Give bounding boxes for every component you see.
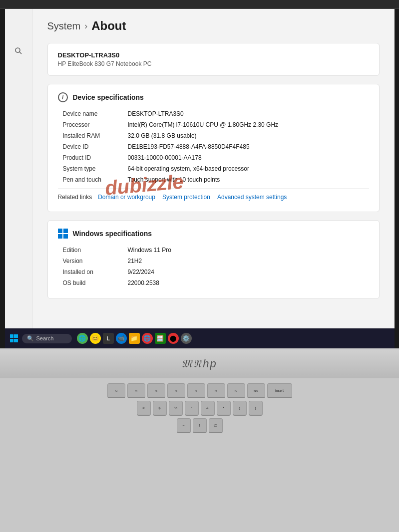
related-link-2[interactable]: Advanced system settings [217, 194, 287, 201]
taskbar-icon-zoom[interactable]: 📹 [116, 333, 127, 344]
key-exclaim[interactable]: ! [193, 418, 207, 433]
taskbar-start-button[interactable] [10, 334, 18, 342]
spec-value-5: 64-bit operating system, x64-based proce… [128, 165, 369, 172]
spec-row-2: Installed RAM 32.0 GB (31.8 GB usable) [63, 132, 369, 139]
device-name-main: DESKTOP-LTRA3S0 [58, 51, 369, 59]
spec-label-5: System type [63, 165, 128, 172]
breadcrumb-about: About [91, 19, 126, 33]
key-star[interactable]: * [217, 401, 231, 416]
key-at[interactable]: @ [209, 418, 223, 433]
win-spec-row-1: Version 21H2 [63, 258, 369, 265]
windows-quad-4 [63, 234, 68, 239]
key-caret[interactable]: ^ [185, 401, 199, 416]
key-f5[interactable]: f5 [147, 383, 165, 398]
taskbar-icon-folder[interactable]: 📁 [129, 333, 140, 344]
hp-logo: 𝔐𝔑 [182, 357, 203, 370]
taskbar-search[interactable]: 🔍 Search [22, 334, 72, 343]
spec-value-0: DESKTOP-LTRA3S0 [128, 110, 369, 117]
keyboard-row-1: f3 f4 f5 f6 f7 f8 f9 f10 insert [10, 383, 389, 398]
taskbar: 🔍 Search 🌐 😊 L 📹 📁 🌐 🪟 ⬤ ⚙️ [5, 328, 395, 348]
key-amp[interactable]: & [201, 401, 215, 416]
spec-value-6: Touch support with 10 touch points [128, 176, 369, 183]
related-links: Related links Domain or workgroupSystem … [58, 188, 369, 204]
key-f3[interactable]: f3 [107, 383, 125, 398]
start-quad-2 [14, 334, 17, 338]
taskbar-icon-l[interactable]: L [103, 333, 114, 344]
main-content: System › About DESKTOP-LTRA3S0 HP EliteB… [32, 9, 395, 348]
win-spec-label-2: Installed on [63, 268, 128, 275]
windows-specs-header: Windows specifications [58, 229, 369, 239]
spec-table: Device name DESKTOP-LTRA3S0 Processor In… [58, 110, 369, 183]
spec-row-6: Pen and touch Touch support with 10 touc… [63, 176, 369, 183]
start-quad-1 [10, 334, 13, 338]
key-f4[interactable]: f4 [127, 383, 145, 398]
win-spec-value-1: 21H2 [128, 258, 369, 265]
spec-value-3: DE1BE193-FD57-4888-A4FA-8850D4F4F485 [128, 143, 369, 150]
svg-line-1 [19, 52, 21, 54]
key-f8[interactable]: f8 [207, 383, 225, 398]
taskbar-icon-store[interactable]: 🪟 [155, 333, 166, 344]
win-spec-value-0: Windows 11 Pro [128, 247, 369, 254]
keyboard-row-3: ~ ! @ [10, 418, 389, 433]
windows-icon [58, 229, 68, 239]
related-link-1[interactable]: System protection [162, 194, 210, 201]
taskbar-icon-edge[interactable]: 🌐 [142, 333, 153, 344]
taskbar-icon-browser[interactable]: 🌐 [77, 333, 88, 344]
search-icon[interactable] [11, 44, 25, 58]
windows-specs-title: Windows specifications [73, 230, 152, 238]
related-link-0[interactable]: Domain or workgroup [98, 194, 155, 201]
spec-value-2: 32.0 GB (31.8 GB usable) [128, 132, 369, 139]
key-f10[interactable]: f10 [247, 383, 265, 398]
device-specs-title: Device specifications [73, 93, 144, 101]
key-dollar[interactable]: $ [153, 401, 167, 416]
device-specs-section: i Device specifications Device name DESK… [47, 84, 380, 212]
keyboard-row-2: # $ % ^ & * ( ) [10, 401, 389, 416]
taskbar-search-icon: 🔍 [27, 335, 34, 342]
spec-row-0: Device name DESKTOP-LTRA3S0 [63, 110, 369, 117]
key-f9[interactable]: f9 [227, 383, 245, 398]
win-spec-row-2: Installed on 9/22/2024 [63, 268, 369, 275]
key-f7[interactable]: f7 [187, 383, 205, 398]
related-links-label: Related links [58, 194, 92, 201]
screen-container: System › About DESKTOP-LTRA3S0 HP EliteB… [5, 9, 395, 348]
info-icon: i [58, 92, 68, 102]
breadcrumb: System › About [47, 19, 380, 33]
windows-quad-1 [58, 229, 62, 233]
win-spec-value-2: 9/22/2024 [128, 268, 369, 275]
breadcrumb-system: System [47, 20, 81, 32]
taskbar-icons: 🌐 😊 L 📹 📁 🌐 🪟 ⬤ ⚙️ [77, 333, 192, 344]
spec-label-0: Device name [63, 110, 128, 117]
laptop-top-bar [0, 0, 399, 9]
start-quad-4 [14, 339, 17, 342]
spec-row-5: System type 64-bit operating system, x64… [63, 165, 369, 172]
key-lparen[interactable]: ( [233, 401, 247, 416]
windows-specs-section: Windows specifications Edition Windows 1… [47, 220, 380, 299]
taskbar-icon-chrome[interactable]: ⬤ [168, 333, 179, 344]
svg-point-0 [15, 48, 20, 52]
win-spec-value-3: 22000.2538 [128, 279, 369, 286]
key-hash[interactable]: # [137, 401, 151, 416]
spec-row-1: Processor Intel(R) Core(TM) i7-10610U CP… [63, 121, 369, 128]
taskbar-icon-emoji[interactable]: 😊 [90, 333, 101, 344]
spec-row-3: Device ID DE1BE193-FD57-4888-A4FA-8850D4… [63, 143, 369, 150]
win-spec-label-0: Edition [63, 247, 128, 254]
spec-label-4: Product ID [63, 154, 128, 161]
key-insert[interactable]: insert [267, 383, 292, 398]
taskbar-icon-settings[interactable]: ⚙️ [181, 333, 192, 344]
breadcrumb-arrow: › [84, 21, 87, 31]
laptop-bezel-bottom: 𝔐𝔑 hp [0, 348, 399, 378]
key-f6[interactable]: f6 [167, 383, 185, 398]
spec-label-1: Processor [63, 121, 128, 128]
win-spec-row-3: OS build 22000.2538 [63, 279, 369, 286]
key-rparen[interactable]: ) [249, 401, 263, 416]
key-percent[interactable]: % [169, 401, 183, 416]
device-specs-header: i Device specifications [58, 92, 369, 102]
start-quad-3 [10, 339, 13, 342]
keyboard-area: f3 f4 f5 f6 f7 f8 f9 f10 insert # $ % ^ … [0, 378, 399, 532]
device-header-card: DESKTOP-LTRA3S0 HP EliteBook 830 G7 Note… [47, 43, 380, 76]
win-spec-label-1: Version [63, 258, 128, 265]
taskbar-search-text: Search [36, 335, 54, 341]
windows-spec-table: Edition Windows 11 Pro Version 21H2 Inst… [58, 247, 369, 286]
key-tilde[interactable]: ~ [177, 418, 191, 433]
spec-label-6: Pen and touch [63, 176, 128, 183]
